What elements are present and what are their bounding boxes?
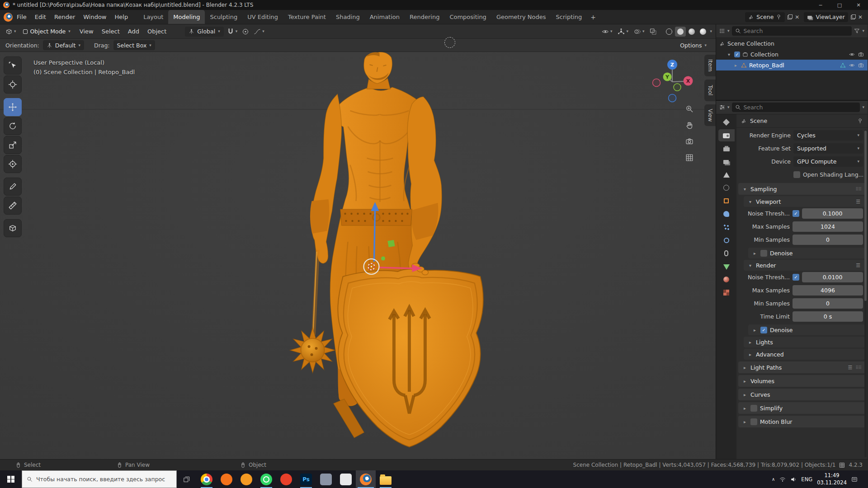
snapping-button[interactable]: ▾ [225,26,240,37]
chevron-down-icon[interactable]: ▾ [747,263,753,268]
tool-move-button[interactable] [4,98,22,116]
prop-field-min-samples[interactable]: 0 [793,298,863,309]
start-button[interactable] [0,470,22,488]
filter-icon[interactable] [854,28,860,34]
new-scene-button[interactable] [787,14,793,20]
keyboard-language[interactable]: ENG [801,476,812,483]
axis-neg-y[interactable] [674,84,681,91]
toggle-perspective-button[interactable] [683,151,696,164]
checkbox-checked[interactable]: ✓ [734,52,740,57]
prop-field-time-limit[interactable]: 0 s [793,311,863,322]
properties-tab-constraints[interactable] [718,247,735,259]
toggle-xray-button[interactable] [648,26,659,37]
chevron-down-icon[interactable]: ▾ [747,199,753,204]
chevron-right-icon[interactable]: ▸ [742,392,748,397]
sidebar-tab-view[interactable]: View [704,104,716,126]
checkbox-unchecked[interactable] [750,418,757,425]
tool-add-cube-button[interactable] [4,219,22,237]
pin-icon[interactable] [776,14,782,20]
chevron-right-icon[interactable]: ▸ [752,251,758,256]
taskbar-app-app-red[interactable] [276,470,296,488]
pin-icon[interactable] [857,118,863,124]
prop-row-render-engine[interactable]: Render EngineCycles▾ [736,129,868,142]
outliner-row-retopo-badl[interactable]: ▸Retopo_Badl [716,60,868,70]
shading-rendered-button[interactable] [698,27,708,37]
prop-row-denoise[interactable]: ▸✓Denoise [748,324,865,335]
menu-render[interactable]: Render [50,10,79,24]
add-workspace-button[interactable]: + [587,14,599,21]
properties-tab-render[interactable] [718,129,735,141]
tool-rotate-button[interactable] [4,117,22,135]
workspace-tab-layout[interactable]: Layout [138,10,168,24]
checkbox-checked[interactable]: ✓ [760,327,767,333]
tool-transform-button[interactable] [4,155,22,173]
taskbar-app-app-gray[interactable] [316,470,336,488]
prop-field-feature-set[interactable]: Supported▾ [793,143,863,154]
properties-tab-physics[interactable] [718,234,735,246]
prop-row-min-samples[interactable]: Min Samples0 [736,297,868,310]
properties-tab-view-layer[interactable] [718,155,735,168]
network-icon[interactable] [779,476,786,483]
chevron-right-icon[interactable]: ▸ [742,379,748,384]
taskbar-app-explorer[interactable] [376,470,396,488]
menu-window[interactable]: Window [79,10,110,24]
zoom-button[interactable] [683,103,696,115]
tool-tweak-select-button[interactable] [4,56,22,75]
minimize-button[interactable]: ─ [811,0,830,10]
editor-outliner-icon[interactable] [719,28,725,34]
workspace-tab-shading[interactable]: Shading [331,10,365,24]
show-gizmos-button[interactable]: ▾ [616,26,630,37]
shading-dropdown-icon[interactable]: ▾ [710,29,712,33]
properties-tab-texture[interactable] [718,286,735,299]
presets-icon[interactable]: ☰ [856,263,860,268]
prop-row-noise-thresh[interactable]: Noise Thresh...✓0.1000 [736,207,868,220]
notification-center-icon[interactable] [851,476,858,483]
viewlayer-selector[interactable]: ViewLayer [804,12,848,22]
chevron-right-icon[interactable]: ▸ [747,340,753,345]
prop-row-render[interactable]: ▾Render☰ [744,260,865,271]
presets-icon[interactable]: ☰ [848,365,852,371]
tool-cursor-button[interactable] [4,75,22,94]
viewport-menu-select[interactable]: Select [98,24,124,38]
blender-menu-logo-icon[interactable] [4,13,13,22]
sidebar-tab-tool[interactable]: Tool [704,80,716,101]
prop-row-denoise[interactable]: ▸Denoise [748,248,865,258]
taskbar-app-xp-pen[interactable] [336,470,356,488]
viewport-canvas[interactable]: Z Y X [0,52,716,459]
workspace-tab-rendering[interactable]: Rendering [405,10,444,24]
prop-row-feature-set[interactable]: Feature SetSupported▾ [736,142,868,155]
prop-row-viewport[interactable]: ▾Viewport☰ [744,196,865,207]
task-view-button[interactable] [177,470,197,488]
chevron-right-icon[interactable]: ▸ [752,328,758,333]
properties-tab-output[interactable] [718,142,735,155]
properties-tab-tool[interactable] [718,116,735,128]
viewport-menu-view[interactable]: View [75,24,98,38]
editor-type-button[interactable]: ▾ [4,26,18,37]
drag-setting-dropdown[interactable]: Select Box ▾ [113,40,155,50]
workspace-tab-uv-editing[interactable]: UV Editing [242,10,283,24]
taskbar-app-chrome[interactable] [197,470,217,488]
taskbar-app-blender[interactable] [356,470,376,488]
axis-neg-x[interactable] [653,79,660,87]
taskbar-app-app-orange[interactable] [217,470,236,488]
maximize-button[interactable]: □ [830,0,849,10]
prop-row-simplify[interactable]: ▸Simplify [738,402,866,414]
checkbox-unchecked[interactable] [760,250,767,257]
prop-field-max-samples[interactable]: 4096 [793,285,863,296]
drag-grip-icon[interactable]: ⠿⠿ [855,187,861,192]
chevron-right-icon[interactable]: ▸ [742,406,748,411]
prop-field-max-samples[interactable]: 1024 [793,221,863,232]
prop-row-light-paths[interactable]: ▸Light Paths☰⠿⠿ [738,361,866,373]
taskbar-app-app-amber[interactable] [236,470,256,488]
checkbox-checked[interactable]: ✓ [793,210,799,217]
prop-row-curves[interactable]: ▸Curves [738,389,866,400]
prop-field-noise-thresh[interactable]: 0.1000 [802,208,863,219]
proportional-edit-button[interactable] [240,26,251,37]
taskbar-clock[interactable]: 11:49 03.11.2024 [817,472,847,486]
properties-tab-object-data[interactable] [718,260,735,272]
unlink-scene-button[interactable]: ✕ [793,14,801,20]
checkbox-unchecked[interactable] [793,171,800,178]
prop-field-render-engine[interactable]: Cycles▾ [793,130,863,141]
chevron-right-icon[interactable]: ▸ [747,352,753,357]
workspace-tab-sculpting[interactable]: Sculpting [205,10,242,24]
